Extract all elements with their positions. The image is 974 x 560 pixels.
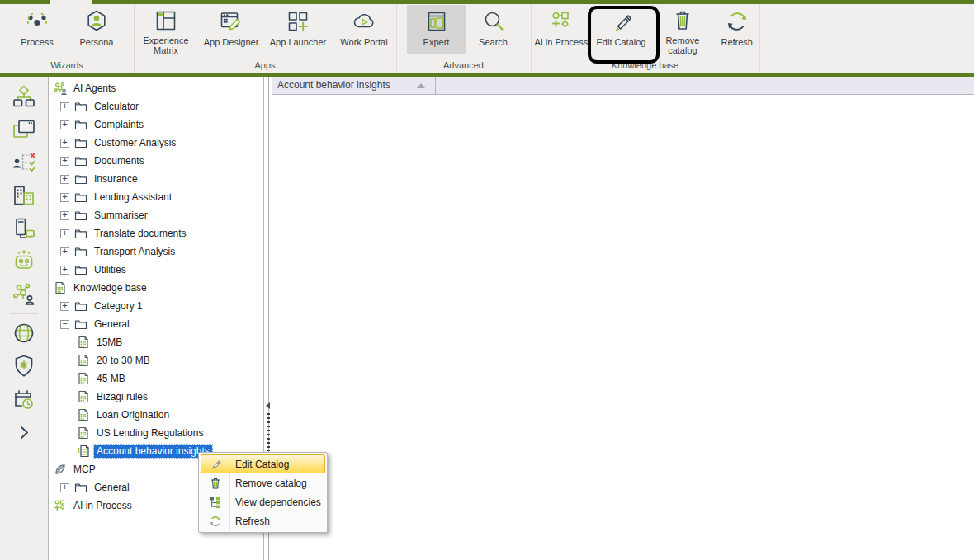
expand-icon[interactable]: + (60, 266, 69, 275)
catalog-icon (76, 445, 90, 459)
tree-item-20-to-30-mb[interactable]: 20 to 30 MB (49, 351, 263, 369)
tree-item-loan-origination[interactable]: Loan Origination (49, 406, 263, 424)
expand-icon[interactable]: + (60, 157, 69, 166)
sidebar-devices-icon[interactable] (7, 212, 40, 245)
ribbon-button-process[interactable]: Process (7, 5, 67, 54)
folder-icon (73, 299, 87, 313)
ribbon-button-work-portal[interactable]: Work Portal (332, 5, 396, 54)
ribbon-button-remove-catalog[interactable]: Remove catalog (650, 5, 714, 54)
sidebar-security-icon[interactable] (7, 350, 40, 383)
sidebar-organization-icon[interactable] (7, 179, 40, 212)
tree-item-label: Knowledge base (71, 281, 149, 294)
tree-item-label: Account behavior insights (94, 445, 212, 458)
expand-icon[interactable]: + (60, 211, 69, 220)
ribbon-button-label: App Launcher (270, 37, 327, 47)
tree-item-label: Customer Analysis (92, 136, 178, 149)
expand-icon[interactable]: + (60, 120, 69, 129)
doc-grid-icon (76, 390, 90, 404)
dependencies-icon (201, 496, 229, 509)
expand-icon[interactable]: + (60, 193, 69, 202)
ribbon-button-expert[interactable]: Expert (407, 5, 466, 54)
tree-item-customer-analysis[interactable]: +Customer Analysis (49, 134, 263, 152)
expand-icon[interactable]: + (60, 247, 69, 256)
tree-item-category-1[interactable]: +Category 1 (49, 297, 263, 315)
tree-item-calculator[interactable]: +Calculator (49, 97, 263, 115)
tree-item-transport-analysis[interactable]: +Transport Analysis (49, 242, 263, 261)
tree-item-label: AI Agents (71, 82, 118, 95)
trash-icon (201, 477, 229, 490)
refresh-icon (201, 515, 229, 528)
tree-item-label: 45 MB (94, 372, 128, 385)
tree-item-insurance[interactable]: +Insurance (49, 170, 263, 188)
doc-grid-icon (76, 354, 90, 368)
ribbon-button-persona[interactable]: Persona (67, 5, 126, 54)
ai-process-icon (53, 499, 67, 513)
sidebar-authorization-icon[interactable] (7, 146, 40, 179)
search-icon (480, 8, 507, 35)
ribbon-button-label: Persona (80, 37, 114, 47)
collapse-icon[interactable]: − (60, 320, 69, 329)
ribbon-button-refresh[interactable]: Refresh (714, 5, 759, 54)
ribbon-button-edit-catalog[interactable]: Edit Catalog (592, 5, 651, 54)
tree-item-knowledge-base[interactable]: Knowledge base (49, 279, 263, 297)
app-designer-icon (218, 8, 244, 35)
main-content-panel: Account behavior insights (272, 77, 974, 560)
pencil-icon (201, 458, 229, 471)
tree-item-summariser[interactable]: +Summariser (49, 206, 263, 224)
expand-icon[interactable]: + (60, 483, 69, 492)
ribbon-group-buttons: AI in ProcessEdit CatalogRemove catalogR… (531, 4, 759, 54)
tree-item-label: Transport Analysis (92, 245, 177, 258)
ribbon-button-label: Experience Matrix (137, 35, 195, 55)
ribbon-group-label: Knowledge base (531, 60, 759, 70)
menu-item-remove-catalog[interactable]: Remove catalog (201, 473, 325, 492)
tree-item-documents[interactable]: +Documents (49, 152, 263, 170)
tree-item-general[interactable]: −General (49, 315, 263, 333)
ribbon-group-label: Advanced (396, 60, 531, 70)
tree-item-45-mb[interactable]: 45 MB (49, 369, 263, 388)
tree-item-label: General (92, 481, 132, 494)
folder-icon (73, 481, 87, 495)
grid-column-title: Account behavior insights (277, 79, 390, 91)
left-icon-sidebar (0, 77, 48, 560)
tree-item-lending-assistant[interactable]: +Lending Assistant (49, 188, 263, 206)
sidebar-forms-icon[interactable] (7, 113, 40, 146)
ribbon-group-knowledge-base: AI in ProcessEdit CatalogRemove catalogR… (531, 4, 760, 73)
tree-item-utilities[interactable]: +Utilities (49, 261, 263, 279)
splitter-grip[interactable] (267, 413, 270, 451)
ribbon-button-app-designer[interactable]: App Designer (198, 5, 264, 54)
tree-item-translate-documents[interactable]: +Translate documents (49, 224, 263, 242)
grid-column-header[interactable]: Account behavior insights (272, 77, 436, 94)
expand-icon[interactable]: + (60, 302, 69, 311)
ribbon-button-search[interactable]: Search (466, 5, 521, 54)
ribbon-button-ai-in-process[interactable]: AI in Process (531, 5, 592, 54)
splitter-collapse-icon[interactable] (266, 402, 270, 409)
sidebar-scheduler-icon[interactable] (7, 383, 40, 416)
tree-item-us-lending-regulations[interactable]: US Lending Regulations (49, 424, 263, 442)
expand-icon[interactable]: + (60, 229, 69, 238)
sidebar-bot-icon[interactable] (7, 245, 40, 278)
sidebar-ai-agents-icon[interactable] (7, 278, 40, 311)
expand-icon[interactable]: + (60, 102, 69, 111)
sidebar-divider (10, 313, 38, 314)
ribbon-button-app-launcher[interactable]: App Launcher (264, 5, 332, 54)
sidebar-process-hierarchy-icon[interactable] (7, 80, 40, 113)
menu-item-refresh[interactable]: Refresh (201, 511, 325, 530)
menu-item-label: View dependencies (229, 496, 321, 508)
sidebar-globe-icon[interactable] (7, 317, 40, 350)
expand-icon[interactable]: + (60, 175, 69, 184)
tree-item-bizagi-rules[interactable]: Bizagi rules (49, 388, 263, 406)
expand-icon[interactable]: + (60, 139, 69, 148)
ribbon-button-experience-matrix[interactable]: Experience Matrix (134, 5, 198, 54)
sidebar-expand-chevron-icon[interactable] (7, 416, 40, 449)
ribbon-button-label: Expert (423, 37, 450, 47)
tree-item-15mb[interactable]: 15MB (49, 333, 263, 351)
doc-grid-icon (76, 426, 90, 440)
menu-item-view-dependencies[interactable]: View dependencies (201, 492, 325, 511)
folder-icon (73, 118, 87, 132)
tree-item-label: General (92, 318, 132, 331)
menu-item-edit-catalog[interactable]: Edit Catalog (201, 454, 325, 473)
ribbon-group-advanced: ExpertSearchAdvanced (396, 4, 532, 73)
tree-item-ai-agents[interactable]: AI Agents (49, 79, 263, 97)
tree-item-complaints[interactable]: +Complaints (49, 115, 263, 134)
folder-icon (73, 154, 87, 168)
